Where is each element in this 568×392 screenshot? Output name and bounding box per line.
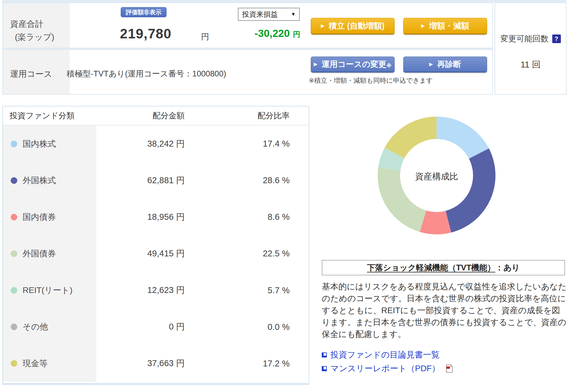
zougaku-genngaku-button[interactable]: ▶ 増額・減額 (403, 18, 487, 35)
fund-category-label: 外国株式 (23, 175, 56, 186)
change-count-label: 変更可能回数 (500, 33, 549, 44)
asset-total-label-cell: 資産合計 (楽ラップ) (3, 3, 70, 48)
donut-segment-国内株式 (437, 117, 489, 159)
prospectus-list-link-label: 投資ファンドの目論見書一覧 (330, 349, 440, 360)
table-row: 外国債券 49,415 円 22.5 % (3, 235, 309, 272)
pl-period-select[interactable]: 投資来損益 ▼ (238, 8, 300, 21)
category-color-dot-icon (11, 141, 17, 147)
fund-category-label: REIT(リート) (23, 285, 73, 296)
category-color-dot-icon (11, 360, 17, 367)
allocation-table-header: 投資ファンド分類 配分金額 配分比率 (3, 106, 309, 126)
pl-period-select-value: 投資来損益 (242, 10, 278, 19)
allocation-ratio-value: 28.6 % (189, 175, 292, 185)
course-description: 基本的にはリスクをある程度見込んで収益性を追求したいあなたのためのコースです。日… (322, 281, 567, 340)
rediagnosis-button[interactable]: ▶ 再診断 (403, 57, 487, 73)
pl-value: -30,220 (255, 27, 290, 39)
simultaneous-apply-note: ※積立・増額・減額も同時に申込できます (309, 76, 433, 85)
arrow-right-icon: ▶ (314, 61, 317, 67)
fund-category-cell: 国内債券 (3, 199, 96, 235)
allocation-ratio-value: 0.0 % (189, 322, 292, 332)
table-row: 現金等 37,663 円 17.2 % (3, 345, 309, 382)
header-fund-category: 投資ファンド分類 (3, 110, 96, 121)
table-row: その他 0 円 0.0 % (3, 309, 309, 345)
course-change-button-label: 運用コースの変更 (321, 59, 386, 70)
course-row-label: 運用コース (10, 68, 52, 80)
fund-category-cell: その他 (3, 309, 96, 345)
window-link-icon (322, 366, 327, 371)
fund-category-cell: 外国債券 (3, 235, 96, 272)
fund-category-cell: REIT(リート) (3, 272, 96, 309)
course-label-cell: 運用コース (3, 50, 70, 94)
allocation-ratio-value: 5.7 % (189, 286, 292, 295)
fund-category-cell: 国内株式 (3, 126, 96, 162)
fund-category-label: 国内株式 (23, 138, 56, 150)
allocation-amount-value: 0 円 (96, 321, 189, 333)
allocation-table-body: 国内株式 38,242 円 17.4 % 外国株式 62,881 円 28.6 … (3, 126, 309, 382)
course-change-note-mark: ※ (386, 62, 392, 69)
chevron-down-icon: ▼ (291, 12, 296, 17)
donut-segment-外国株式 (446, 148, 496, 233)
zougaku-button-label: 増額・減額 (429, 21, 469, 31)
table-row: 国内債券 18,956 円 8.6 % (3, 199, 309, 235)
allocation-ratio-value: 17.4 % (189, 139, 292, 149)
tsumitate-button-label: 積立 (自動増額) (329, 21, 384, 31)
asset-summary-box: 資産合計 (楽ラップ) 運用コース 評価額非表示 219,780 円 投資来損益… (2, 2, 493, 95)
category-color-dot-icon (11, 177, 17, 184)
table-row: 国内株式 38,242 円 17.4 % (3, 126, 309, 162)
asset-total-unit: 円 (201, 32, 209, 42)
arrow-right-icon: ▶ (421, 23, 425, 29)
summary-row-divider (3, 48, 492, 50)
document-links: 投資ファンドの目論見書一覧 マンスリーレポート（PDF） (322, 349, 453, 374)
help-icon[interactable]: ? (552, 35, 561, 43)
asset-total-label-line2: (楽ラップ) (15, 32, 54, 43)
allocation-amount-value: 18,956 円 (96, 211, 189, 223)
allocation-amount-value: 12,623 円 (96, 284, 189, 296)
course-change-button[interactable]: ▶ 運用コースの変更 ※ (311, 57, 395, 73)
fund-category-cell: 外国株式 (3, 162, 96, 199)
table-row: REIT(リート) 12,623 円 5.7 % (3, 272, 309, 309)
category-color-dot-icon (11, 324, 17, 330)
allocation-table: 投資ファンド分類 配分金額 配分比率 国内株式 38,242 円 17.4 % … (2, 106, 309, 385)
category-color-dot-icon (11, 214, 17, 220)
prospectus-list-link[interactable]: 投資ファンドの目論見書一覧 (322, 349, 453, 360)
hide-valuation-button[interactable]: 評価額非表示 (121, 7, 167, 17)
window-link-icon (322, 352, 327, 357)
allocation-ratio-value: 22.5 % (189, 249, 292, 258)
course-value: 積極型-TVTあり(運用コース番号：1000800) (67, 68, 226, 79)
fund-category-label: 現金等 (23, 358, 48, 369)
change-count-value: 11 回 (495, 59, 566, 71)
header-allocation-amount: 配分金額 (96, 110, 189, 121)
monthly-report-link[interactable]: マンスリーレポート（PDF） (322, 363, 453, 374)
allocation-ratio-value: 8.6 % (189, 212, 292, 222)
category-color-dot-icon (11, 250, 17, 257)
asset-total-value: 219,780 (95, 26, 196, 42)
fund-category-label: その他 (23, 321, 48, 333)
tsumitate-button[interactable]: ▶ 積立 (自動増額) (311, 18, 395, 35)
arrow-right-icon: ▶ (321, 23, 324, 29)
fund-category-label: 国内債券 (23, 211, 56, 223)
fund-category-cell: 現金等 (3, 345, 96, 382)
pl-unit: 円 (293, 30, 300, 38)
asset-total-label-line1: 資産合計 (10, 18, 43, 30)
monthly-report-link-label: マンスリーレポート（PDF） (330, 363, 440, 374)
tvt-feature-value: ：あり (495, 262, 520, 273)
tvt-feature-title: 下落ショック軽減機能（TVT機能） (367, 262, 495, 273)
donut-chart-title: 資産構成比 (399, 171, 474, 183)
pl-value-wrap: -30,220 円 (211, 27, 300, 39)
rediagnosis-button-label: 再診断 (437, 59, 461, 70)
category-color-dot-icon (11, 287, 17, 294)
arrow-right-icon: ▶ (429, 61, 433, 67)
change-count-panel: 変更可能回数 ? 11 回 (495, 2, 567, 95)
pdf-file-icon[interactable] (446, 364, 453, 373)
allocation-ratio-value: 17.2 % (189, 359, 292, 369)
fund-category-label: 外国債券 (23, 248, 56, 259)
allocation-amount-value: 37,663 円 (96, 357, 189, 369)
allocation-amount-value: 62,881 円 (96, 175, 189, 186)
tvt-feature-box: 下落ショック軽減機能（TVT機能） ：あり (322, 260, 565, 275)
table-row: 外国株式 62,881 円 28.6 % (3, 162, 309, 199)
allocation-amount-value: 49,415 円 (96, 248, 189, 260)
allocation-amount-value: 38,242 円 (96, 138, 189, 150)
top-border-strip (2, 0, 566, 2)
header-allocation-ratio: 配分比率 (189, 110, 292, 121)
